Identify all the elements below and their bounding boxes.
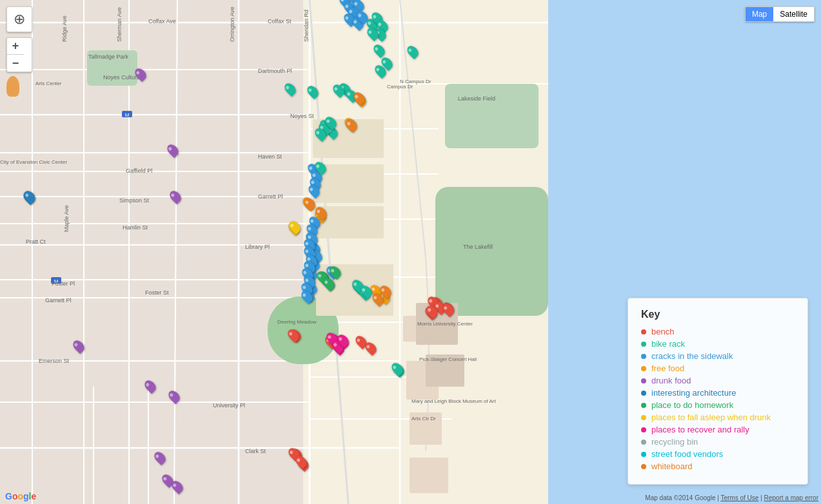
key-dot-8 bbox=[641, 427, 646, 432]
key-dot-9 bbox=[641, 440, 646, 445]
label-clark-st: Clark St bbox=[245, 448, 266, 454]
key-panel: Key benchbike rackcracks in the sidewalk… bbox=[628, 298, 808, 485]
svg-rect-45 bbox=[122, 111, 132, 117]
label-campus-dr: Campus Dr bbox=[387, 84, 413, 90]
key-label-6: place to do homework bbox=[651, 400, 733, 410]
key-label-5: interesting architecture bbox=[651, 388, 737, 398]
pin-bike_rack10[interactable] bbox=[282, 81, 298, 97]
key-dot-0 bbox=[641, 329, 646, 334]
key-dot-2 bbox=[641, 354, 646, 359]
label-garrett-pl: Garrett Pl bbox=[258, 193, 283, 200]
key-label-3: free food bbox=[651, 363, 684, 373]
label-sheridan-rd: Sheridan Rd bbox=[303, 10, 310, 42]
navigation-control[interactable]: ⊕ bbox=[6, 6, 32, 32]
key-label-0: bench bbox=[651, 327, 674, 336]
key-item-10: street food vendors bbox=[641, 449, 795, 459]
label-deering: Deering Meadow bbox=[277, 319, 316, 325]
map-container: M M Colfax St Colfax Ave Ridge Ave Sherm… bbox=[0, 0, 821, 504]
pin-drunk_food38[interactable] bbox=[152, 450, 168, 465]
key-dot-11 bbox=[641, 464, 646, 469]
key-item-8: places to recover and rally bbox=[641, 425, 795, 434]
pin-drunk_food33[interactable] bbox=[165, 142, 181, 158]
pin-drunk_food36[interactable] bbox=[143, 378, 158, 394]
label-colfax-ave: Colfax Ave bbox=[148, 18, 176, 24]
key-label-7: places to fall asleep when drunk bbox=[651, 412, 771, 422]
key-label-1: bike rack bbox=[651, 339, 685, 349]
key-label-11: whiteboard bbox=[651, 461, 693, 471]
pin-drunk_food37[interactable] bbox=[166, 389, 182, 404]
street-view-person[interactable] bbox=[6, 76, 19, 97]
label-lakefill: The Lakefill bbox=[463, 244, 493, 250]
campus-area bbox=[303, 0, 548, 504]
key-label-10: street food vendors bbox=[651, 449, 723, 459]
key-item-4: drunk food bbox=[641, 376, 795, 385]
google-logo: Google bbox=[5, 491, 36, 501]
key-item-7: places to fall asleep when drunk bbox=[641, 412, 795, 422]
pin-cluster-42[interactable] bbox=[287, 219, 302, 235]
key-label-8: places to recover and rally bbox=[651, 425, 749, 434]
label-noyes-cultural2: Arts Center bbox=[35, 81, 61, 86]
key-item-6: place to do homework bbox=[641, 400, 795, 410]
label-colfax-st: Colfax St bbox=[268, 18, 292, 24]
label-block-museum: Mary and Leigh Block Museum of Art bbox=[411, 398, 496, 404]
label-maple-ave: Maple Ave bbox=[63, 205, 70, 232]
pin-cluster-46[interactable] bbox=[22, 189, 37, 204]
label-hamlin-st: Hamlin St bbox=[123, 224, 148, 231]
key-label-4: drunk food bbox=[651, 376, 691, 385]
label-garnett-pl: Garnett Pl bbox=[45, 297, 72, 304]
key-item-9: recycling bin bbox=[641, 437, 795, 447]
label-emerson-st: Emerson St bbox=[39, 358, 69, 364]
svg-text:M: M bbox=[125, 112, 130, 118]
label-pick: Pick-Staiger Concert Hall bbox=[419, 356, 477, 362]
key-dot-5 bbox=[641, 391, 646, 396]
key-item-3: free food bbox=[641, 363, 795, 373]
pin-drunk_food35[interactable] bbox=[71, 338, 86, 354]
label-pratt-ct: Pratt Ct bbox=[26, 238, 46, 245]
label-lakeside: Lakeside Field bbox=[458, 95, 495, 102]
label-tallmadge: Tallmadge Park bbox=[88, 53, 128, 60]
map-type-control: Map Satellite bbox=[745, 6, 815, 22]
svg-line-2 bbox=[174, 0, 177, 504]
key-item-5: interesting architecture bbox=[641, 388, 795, 398]
label-foster-st-l: Foster Pl bbox=[52, 280, 75, 287]
key-dot-7 bbox=[641, 415, 646, 420]
key-item-0: bench bbox=[641, 327, 795, 336]
label-simpson-st: Simpson St bbox=[119, 197, 149, 204]
label-sherman-ave: Sherman Ave bbox=[116, 7, 123, 42]
key-dot-3 bbox=[641, 366, 646, 371]
key-item-2: cracks in the sidewalk bbox=[641, 351, 795, 361]
key-label-2: cracks in the sidewalk bbox=[651, 351, 733, 361]
label-orrington-ave: Orrington Ave bbox=[229, 6, 235, 42]
key-item-11: whiteboard bbox=[641, 461, 795, 471]
key-dot-6 bbox=[641, 403, 646, 408]
key-label-9: recycling bin bbox=[651, 437, 698, 447]
label-arts-ctr: Arts Ctr Dr bbox=[411, 416, 436, 422]
map-type-map-button[interactable]: Map bbox=[746, 7, 773, 21]
key-item-1: bike rack bbox=[641, 339, 795, 349]
map-controls: ⊕ + − bbox=[6, 6, 32, 97]
label-morris: Morris University Center bbox=[417, 321, 473, 327]
key-items: benchbike rackcracks in the sidewalkfree… bbox=[641, 327, 795, 471]
label-n-campus-dr: N Campus Dr bbox=[400, 79, 431, 84]
key-dot-4 bbox=[641, 378, 646, 383]
map-attribution: Map data ©2014 Google | Terms of Use | R… bbox=[645, 494, 818, 501]
label-noyes-st: Noyes St bbox=[290, 113, 314, 119]
key-title: Key bbox=[641, 309, 795, 320]
zoom-in-button[interactable]: + bbox=[7, 38, 24, 55]
label-university-pl: University Pl bbox=[213, 402, 245, 409]
label-civic-center: City of Evanston Civic Center bbox=[0, 159, 35, 166]
key-dot-10 bbox=[641, 452, 646, 457]
key-dot-1 bbox=[641, 342, 646, 347]
label-ridge-ave: Ridge Ave bbox=[61, 15, 68, 42]
label-dartmouth-pl: Dartmouth Pl bbox=[258, 68, 292, 74]
zoom-out-button[interactable]: − bbox=[7, 55, 24, 72]
label-gaffield-pl: Gaffield Pl bbox=[126, 168, 152, 174]
map-type-satellite-button[interactable]: Satellite bbox=[773, 7, 814, 21]
label-haven-st: Haven St bbox=[258, 153, 282, 160]
label-library-pl: Library Pl bbox=[245, 244, 270, 250]
zoom-controls: + − bbox=[6, 37, 32, 72]
pin-drunk_food34[interactable] bbox=[168, 189, 183, 204]
label-foster-st: Foster St bbox=[145, 289, 169, 296]
